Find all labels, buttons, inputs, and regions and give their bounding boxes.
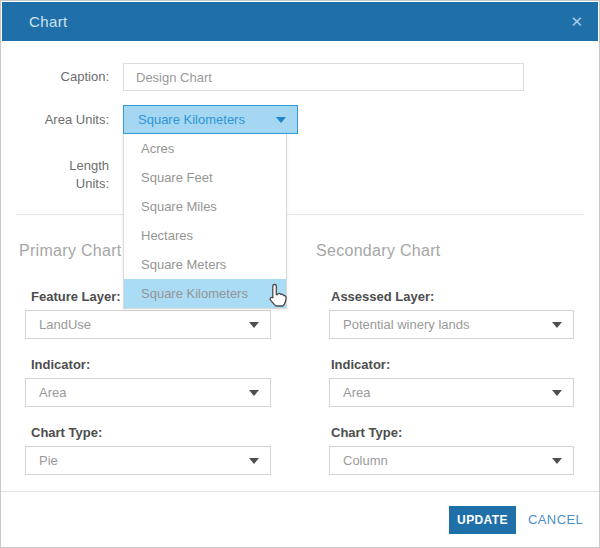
area-units-value: Square Kilometers xyxy=(138,106,245,133)
area-units-label: Area Units: xyxy=(1,105,109,134)
assessed-layer-label: Assessed Layer: xyxy=(331,289,434,304)
chevron-down-icon xyxy=(249,458,259,464)
dialog-title: Chart xyxy=(29,2,68,41)
dropdown-option-hectares[interactable]: Hectares xyxy=(124,221,286,250)
section-divider xyxy=(16,214,584,215)
chevron-down-icon xyxy=(249,322,259,328)
feature-layer-label: Feature Layer: xyxy=(31,289,121,304)
footer-divider xyxy=(1,491,599,492)
feature-layer-value: LandUse xyxy=(39,311,91,338)
secondary-chart-heading: Secondary Chart xyxy=(316,242,441,260)
secondary-indicator-select[interactable]: Area xyxy=(329,378,574,407)
caption-input[interactable] xyxy=(123,63,524,91)
dropdown-option-square-kilometers[interactable]: Square Kilometers xyxy=(124,279,286,308)
secondary-indicator-value: Area xyxy=(343,379,370,406)
feature-layer-select[interactable]: LandUse xyxy=(25,310,271,339)
dropdown-option-square-miles[interactable]: Square Miles xyxy=(124,192,286,221)
primary-chart-type-select[interactable]: Pie xyxy=(25,446,271,475)
secondary-indicator-label: Indicator: xyxy=(331,357,390,372)
dropdown-option-acres[interactable]: Acres xyxy=(124,134,286,163)
primary-indicator-value: Area xyxy=(39,379,66,406)
chevron-down-icon xyxy=(552,458,562,464)
assessed-layer-value: Potential winery lands xyxy=(343,311,469,338)
area-units-select[interactable]: Square Kilometers xyxy=(123,105,298,134)
chevron-down-icon xyxy=(552,322,562,328)
dropdown-option-square-feet[interactable]: Square Feet xyxy=(124,163,286,192)
caption-label: Caption: xyxy=(1,63,109,91)
chevron-down-icon xyxy=(249,390,259,396)
primary-indicator-label: Indicator: xyxy=(31,357,90,372)
secondary-chart-type-select[interactable]: Column xyxy=(329,446,574,475)
update-button[interactable]: UPDATE xyxy=(449,506,516,534)
dropdown-option-square-meters[interactable]: Square Meters xyxy=(124,250,286,279)
primary-chart-type-label: Chart Type: xyxy=(31,425,102,440)
area-units-dropdown: Acres Square Feet Square Miles Hectares … xyxy=(123,134,287,309)
primary-chart-type-value: Pie xyxy=(39,447,58,474)
chevron-down-icon xyxy=(276,117,286,123)
dialog-header: Chart ✕ xyxy=(2,2,598,41)
primary-chart-heading: Primary Chart xyxy=(19,242,122,260)
secondary-chart-type-value: Column xyxy=(343,447,388,474)
hand-cursor-icon xyxy=(265,282,291,314)
assessed-layer-select[interactable]: Potential winery lands xyxy=(329,310,574,339)
cancel-button[interactable]: CANCEL xyxy=(528,506,583,534)
primary-indicator-select[interactable]: Area xyxy=(25,378,271,407)
secondary-chart-type-label: Chart Type: xyxy=(331,425,402,440)
length-units-label: Length Units: xyxy=(49,157,109,193)
chevron-down-icon xyxy=(552,390,562,396)
chart-dialog: Chart ✕ Caption: Area Units: Square Kilo… xyxy=(0,0,600,548)
close-icon[interactable]: ✕ xyxy=(570,2,583,41)
